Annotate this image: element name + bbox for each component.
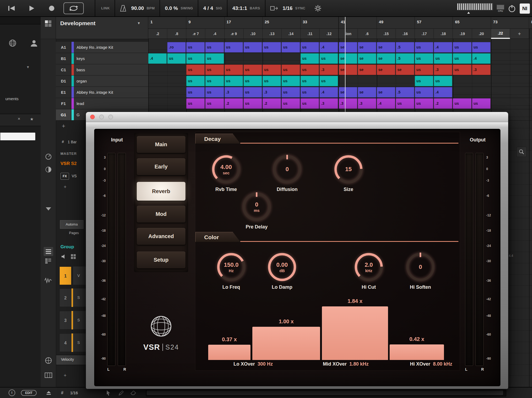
pattern-clip[interactable]: us bbox=[396, 98, 414, 109]
group-label[interactable]: Group bbox=[60, 244, 74, 250]
pattern-clip[interactable]: us bbox=[415, 87, 433, 97]
link-button[interactable]: LINK bbox=[101, 6, 110, 10]
knob-rvb-time[interactable]: 4.00secRvb Time bbox=[206, 154, 246, 192]
crossover-bar[interactable]: 0.37 x bbox=[208, 345, 250, 360]
track-id[interactable]: D1 bbox=[56, 76, 71, 87]
scrollbar-thumb[interactable] bbox=[147, 391, 503, 395]
pattern-column-header[interactable]: .18 bbox=[434, 29, 453, 39]
pattern-column-header[interactable]: .ion bbox=[339, 29, 358, 39]
pattern-clip[interactable]: us bbox=[301, 65, 319, 75]
timeline-bar-number[interactable]: 73 bbox=[491, 17, 529, 29]
pattern-column-header[interactable]: .8 bbox=[167, 29, 186, 39]
pattern-clip[interactable]: se bbox=[339, 42, 357, 52]
knob-size[interactable]: 15Size bbox=[328, 154, 368, 192]
pattern-clip[interactable]: us bbox=[282, 42, 300, 52]
pattern-clip[interactable]: se bbox=[377, 65, 395, 75]
sound-slot-number[interactable]: 2 bbox=[59, 288, 71, 307]
grid-hash-icon[interactable]: # bbox=[62, 140, 64, 144]
pattern-clip[interactable]: se bbox=[396, 65, 414, 75]
timeline-bar-number[interactable]: 41 bbox=[339, 17, 377, 29]
pattern-clip[interactable]: us bbox=[263, 76, 281, 86]
plugin-tab-reverb[interactable]: Reverb bbox=[137, 182, 185, 201]
pattern-clip[interactable]: us bbox=[320, 53, 338, 64]
plugin-titlebar[interactable] bbox=[86, 112, 508, 122]
pattern-clip[interactable]: us bbox=[244, 42, 262, 52]
record-button[interactable] bbox=[43, 2, 60, 14]
pattern-clip[interactable]: .3 bbox=[472, 65, 491, 75]
step-grid-icon[interactable] bbox=[270, 5, 278, 11]
pattern-clip[interactable]: se bbox=[377, 42, 395, 52]
pattern-column-header[interactable]: .20 bbox=[472, 29, 491, 39]
pattern-clip[interactable]: us bbox=[453, 98, 471, 109]
pattern-clip[interactable]: se bbox=[377, 53, 395, 64]
pencil-tool-icon[interactable] bbox=[119, 388, 124, 398]
knob-hi-cut[interactable]: 2.0kHzHi Cut bbox=[349, 252, 389, 290]
pattern-clip[interactable]: se bbox=[358, 42, 376, 52]
pattern-clip[interactable]: us bbox=[225, 65, 243, 75]
search-input[interactable] bbox=[0, 132, 36, 141]
pattern-clip[interactable]: us bbox=[282, 65, 300, 75]
clear-search-button[interactable]: × bbox=[18, 116, 20, 122]
pattern-clip[interactable]: us bbox=[186, 42, 205, 52]
section-dropdown-icon[interactable]: ▼ bbox=[137, 21, 140, 25]
pattern-column-header[interactable]: .11 bbox=[301, 29, 320, 39]
pattern-clip[interactable]: us bbox=[453, 53, 471, 64]
channel-list-icon[interactable] bbox=[45, 258, 51, 264]
library-icon[interactable] bbox=[9, 39, 17, 47]
pattern-column-header[interactable]: .16 bbox=[396, 29, 415, 39]
pad-grid-icon[interactable] bbox=[71, 254, 76, 259]
pattern-clip[interactable]: us bbox=[244, 76, 262, 86]
pattern-clip[interactable]: .4 bbox=[148, 53, 167, 64]
pattern-clip[interactable]: se bbox=[339, 87, 357, 97]
crossover-marker[interactable]: Mid XOver1.80 kHz bbox=[323, 361, 368, 367]
favorite-filter-button[interactable]: ★ bbox=[30, 117, 33, 122]
pattern-clip[interactable]: us bbox=[301, 98, 319, 109]
eject-icon[interactable] bbox=[46, 388, 51, 398]
minimize-window-button[interactable] bbox=[99, 115, 104, 119]
pattern-clip[interactable]: us bbox=[186, 98, 205, 109]
pattern-clip[interactable]: .4 bbox=[434, 42, 452, 52]
mute-speaker-icon[interactable] bbox=[61, 254, 67, 259]
pattern-clip[interactable]: .3 bbox=[263, 87, 281, 97]
swing-value[interactable]: 0.0 % bbox=[165, 5, 178, 11]
timeline-bar-number[interactable]: 9 bbox=[186, 17, 224, 29]
pattern-clip[interactable]: us bbox=[225, 42, 243, 52]
track-id[interactable]: B1 bbox=[56, 53, 71, 64]
pattern-clip[interactable]: us bbox=[282, 98, 300, 109]
pattern-clip[interactable]: us bbox=[263, 42, 281, 52]
pattern-column-header[interactable]: .6 bbox=[358, 29, 377, 39]
pattern-clip[interactable]: us bbox=[320, 76, 338, 86]
add-pattern-column-button[interactable]: + bbox=[510, 29, 529, 39]
pattern-clip[interactable]: us bbox=[415, 65, 433, 75]
bpm-value[interactable]: 90.00 bbox=[131, 5, 144, 11]
pattern-column-header[interactable]: .12 bbox=[320, 29, 339, 39]
pattern-clip[interactable]: se bbox=[377, 87, 395, 97]
pattern-clip[interactable]: us bbox=[282, 87, 300, 97]
pattern-clip[interactable]: us bbox=[301, 53, 319, 64]
eraser-tool-icon[interactable] bbox=[131, 388, 136, 398]
sync-value[interactable]: 1/16 bbox=[283, 5, 292, 11]
timeline-ruler[interactable]: 1917253341495765738 bbox=[148, 17, 532, 29]
pattern-clip[interactable]: us bbox=[186, 65, 205, 75]
pattern-column-header[interactable]: .13 bbox=[263, 29, 282, 39]
track-name[interactable]: Abbey Ro..intage Kit bbox=[74, 42, 148, 53]
crossover-marker[interactable]: Hi XOver8.00 kHz bbox=[410, 361, 452, 367]
plugin-tab-early[interactable]: Early bbox=[137, 158, 185, 175]
pattern-clip[interactable]: us bbox=[186, 53, 205, 64]
pattern-clip[interactable]: us bbox=[453, 42, 471, 52]
master-plugin-name[interactable]: VSR S2 bbox=[60, 161, 77, 166]
knob-lo-damp[interactable]: 0.00dBLo Damp bbox=[262, 252, 302, 290]
pattern-column-header[interactable]: .10 bbox=[244, 29, 263, 39]
dial-icon[interactable] bbox=[45, 153, 52, 160]
timeline-bar-number[interactable]: 17 bbox=[225, 17, 263, 29]
pad-mode-icon[interactable] bbox=[45, 357, 52, 364]
plugin-tab-mod[interactable]: Mod bbox=[137, 206, 185, 223]
user-icon[interactable] bbox=[30, 39, 38, 47]
pattern-clip[interactable]: us bbox=[244, 98, 262, 109]
pattern-column-header[interactable]: .e 7 bbox=[186, 29, 205, 39]
pattern-clip[interactable]: us bbox=[434, 53, 452, 64]
pattern-column-header[interactable]: .19 bbox=[453, 29, 472, 39]
browser-dropdown-icon[interactable]: ▼ bbox=[26, 65, 30, 69]
grid-value[interactable]: 1/16 bbox=[70, 388, 78, 398]
timeline-bar-number[interactable]: 1 bbox=[148, 17, 186, 29]
